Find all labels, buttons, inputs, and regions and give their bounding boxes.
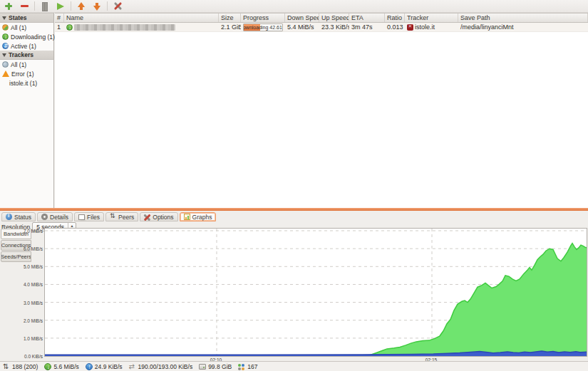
- tab-graphs[interactable]: Graphs: [180, 212, 217, 221]
- remove-torrent-button[interactable]: [19, 1, 30, 11]
- bandwidth-chart: [44, 228, 587, 357]
- sidebar-item-label: Active (1): [11, 43, 36, 50]
- column-header-size[interactable]: Size: [219, 14, 241, 22]
- progress-bar: Downloading 42.61%: [243, 23, 283, 31]
- y-axis-tick-label: 1.0 MiB/s: [16, 336, 43, 341]
- sidebar-item-all-states[interactable]: All (1): [0, 23, 53, 32]
- upload-speed-status[interactable]: 24.9 KiB/s: [86, 363, 123, 370]
- tab-peers[interactable]: Peers: [105, 212, 138, 221]
- y-axis-tick-label: 7.0 MiB/s: [16, 229, 43, 234]
- tab-files[interactable]: Files: [74, 212, 104, 221]
- toolbar-separator: [107, 1, 108, 11]
- download-speed-status[interactable]: 5.6 MiB/s: [44, 363, 78, 370]
- torrent-save-path: /media/linyanciMnt: [458, 23, 588, 31]
- tab-details[interactable]: Details: [37, 212, 73, 221]
- files-icon: [78, 214, 85, 220]
- column-header-ratio[interactable]: Ratio: [385, 14, 405, 22]
- up-arrow-icon: [78, 2, 86, 11]
- column-header-down-speed[interactable]: Down Speed▴: [285, 14, 319, 22]
- down-arrow-icon: [93, 2, 101, 11]
- trackers-section-title: Trackers: [9, 51, 33, 58]
- status-bar: 188 (200) 5.6 MiB/s 24.9 KiB/s 190.00/19…: [0, 361, 588, 371]
- column-header-eta[interactable]: ETA: [349, 14, 385, 22]
- tracker-error-icon: [407, 24, 413, 31]
- torrent-eta: 3m 47s: [349, 23, 385, 31]
- downloading-icon: [2, 33, 9, 40]
- downloading-state-icon: [66, 24, 73, 31]
- error-icon: [2, 70, 9, 77]
- torrent-ratio: 0.013: [385, 23, 405, 31]
- states-section-title: States: [9, 14, 27, 21]
- torrent-row[interactable]: 1 2.1 GiB Downloading 42.61% 5.4 MiB/s 2…: [55, 23, 588, 32]
- sidebar-item-label: Downloading (1): [11, 33, 55, 41]
- preferences-button[interactable]: [112, 1, 123, 11]
- protocol-traffic-status[interactable]: 190.00/193.00 KiB/s: [129, 363, 193, 370]
- options-icon: [144, 214, 150, 220]
- plus-icon: [4, 2, 13, 11]
- minus-icon: [21, 5, 29, 7]
- upload-speed-icon: [86, 363, 93, 370]
- tab-status[interactable]: Status: [1, 212, 36, 221]
- connections-icon: [3, 363, 10, 370]
- sidebar-item-label: istole.it (1): [9, 80, 37, 87]
- y-axis-tick-label: 0.0 KiB/s: [16, 354, 43, 359]
- sidebar-item-all-trackers[interactable]: All (1): [0, 60, 53, 69]
- column-header-name[interactable]: Name: [64, 14, 219, 22]
- y-axis-tick-label: 4.0 MiB/s: [16, 282, 43, 287]
- collapse-caret-icon: [2, 53, 6, 57]
- play-icon: [57, 3, 64, 10]
- tab-options[interactable]: Options: [140, 212, 177, 221]
- column-header-save-path[interactable]: Save Path: [458, 14, 588, 22]
- y-axis-tick-label: 3.0 MiB/s: [16, 301, 43, 305]
- sidebar-item-label: Error (1): [11, 70, 34, 78]
- deluge-window: States All (1) Downloading (1) Active (1…: [0, 0, 588, 371]
- sidebar-item-label: All (1): [11, 61, 26, 68]
- connections-status[interactable]: 188 (200): [3, 363, 38, 370]
- column-header-tracker[interactable]: Tracker: [405, 14, 458, 22]
- y-axis-tick-label: 6.0 MiB/s: [16, 246, 43, 251]
- torrent-size: 2.1 GiB: [219, 23, 241, 31]
- torrent-down-speed: 5.4 MiB/s: [285, 23, 319, 31]
- info-icon: [6, 214, 12, 220]
- resume-torrent-button[interactable]: [55, 1, 66, 11]
- column-header-up-speed[interactable]: Up Speed: [319, 14, 349, 22]
- torrent-name-blurred: [74, 24, 175, 31]
- sidebar-item-tracker-istole[interactable]: istole.it (1): [0, 78, 53, 88]
- graph-icon: [184, 214, 190, 220]
- download-speed-icon: [44, 363, 51, 370]
- torrent-list: # Name Size Progress Down Speed▴ Up Spee…: [55, 13, 588, 208]
- sidebar-item-tracker-error[interactable]: Error (1): [0, 69, 53, 78]
- toolbar-separator: [34, 1, 35, 11]
- torrent-list-header: # Name Size Progress Down Speed▴ Up Spee…: [55, 14, 588, 23]
- states-section-header[interactable]: States: [0, 14, 53, 23]
- active-icon: [2, 43, 9, 49]
- progress-text: Downloading 42.61%: [244, 24, 282, 31]
- pause-torrent-button[interactable]: [39, 1, 51, 11]
- torrent-tracker: istole.it: [415, 23, 435, 31]
- queue-up-button[interactable]: [76, 1, 87, 11]
- traffic-icon: [129, 363, 136, 370]
- add-torrent-button[interactable]: [3, 1, 14, 11]
- free-disk-space-status[interactable]: 99.8 GiB: [199, 363, 232, 370]
- queue-down-button[interactable]: [91, 1, 103, 11]
- disk-space-icon: [199, 364, 206, 370]
- graph-tab-seeds-peers[interactable]: Seeds/Peers: [1, 251, 31, 262]
- collapse-caret-icon: [2, 16, 6, 20]
- toolbar: [0, 0, 588, 13]
- sidebar-item-label: All (1): [11, 24, 26, 31]
- trackers-section-header[interactable]: Trackers: [0, 51, 53, 60]
- sidebar-item-active[interactable]: Active (1): [0, 41, 53, 51]
- wrench-icon: [113, 1, 123, 11]
- pause-icon: [41, 2, 48, 10]
- filter-sidebar: States All (1) Downloading (1) Active (1…: [0, 13, 54, 208]
- graphs-panel: Resolution 5 seconds ▲▼ Bandwidth Connec…: [0, 221, 588, 361]
- y-axis-tick-label: 2.0 MiB/s: [16, 318, 43, 323]
- sidebar-item-downloading[interactable]: Downloading (1): [0, 32, 53, 41]
- peers-icon: [110, 214, 116, 220]
- dht-nodes-status[interactable]: 167: [238, 363, 257, 370]
- bandwidth-chart-svg: [45, 229, 587, 356]
- dht-nodes-icon: [238, 363, 245, 370]
- column-header-progress[interactable]: Progress: [241, 14, 285, 22]
- column-header-number[interactable]: #: [55, 14, 64, 22]
- y-axis-tick-label: 5.0 MiB/s: [16, 264, 43, 269]
